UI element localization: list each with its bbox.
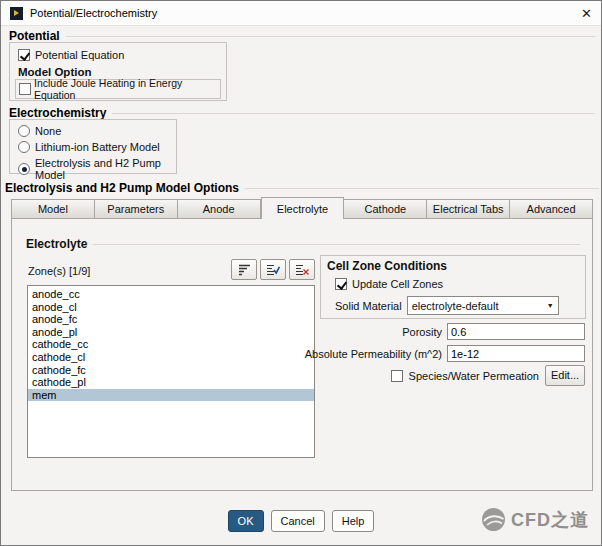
radio-row-lithium-ion[interactable]: Lithium-ion Battery Model (18, 141, 160, 153)
tab-electrolyte[interactable]: Electrolyte (261, 197, 345, 219)
filter-list-button[interactable] (231, 259, 257, 280)
select-all-check-icon (266, 263, 280, 276)
radio-electrolysis[interactable] (18, 163, 30, 175)
porosity-label: Porosity (402, 326, 442, 338)
update-cell-zones-checkbox[interactable] (335, 278, 347, 290)
tab-cathode[interactable]: Cathode (344, 199, 427, 219)
section-rule (93, 244, 580, 245)
zone-item[interactable]: anode_cc (28, 288, 314, 301)
zone-item[interactable]: anode_fc (28, 313, 314, 326)
potential-equation-row[interactable]: Potential Equation (18, 49, 124, 61)
watermark: CFD之道 (480, 506, 589, 533)
species-permeation-checkbox[interactable] (391, 370, 403, 382)
potential-groupbox: Potential Equation Model Option Include … (9, 42, 227, 101)
electrochemistry-section-label: Electrochemistry (9, 106, 595, 120)
radio-lithium-ion-label: Lithium-ion Battery Model (35, 141, 160, 153)
potential-section-label: Potential (9, 29, 595, 43)
joule-heating-checkbox[interactable] (19, 83, 31, 95)
radio-electrolysis-label: Electrolysis and H2 Pump Model (35, 157, 176, 181)
fluent-app-icon (10, 7, 23, 20)
close-icon[interactable]: ✕ (581, 7, 592, 20)
porosity-row: Porosity (402, 323, 585, 340)
permeability-label: Absolute Permeability (m^2) (305, 348, 442, 360)
joule-heating-box[interactable]: Include Joule Heating in Energy Equation (15, 79, 221, 99)
species-permeation-row: Species/Water Permeation Edit... (391, 365, 585, 386)
section-rule (112, 113, 595, 114)
model-options-tabbar: Model Parameters Anode Electrolyte Catho… (11, 197, 593, 219)
update-cell-zones-row[interactable]: Update Cell Zones (335, 278, 443, 290)
tab-parameters[interactable]: Parameters (95, 199, 178, 219)
zone-item[interactable]: anode_cl (28, 301, 314, 314)
ok-button[interactable]: OK (228, 510, 264, 532)
titlebar: Potential/Electrochemistry ✕ (1, 1, 601, 26)
species-permeation-label: Species/Water Permeation (409, 370, 539, 382)
tab-advanced[interactable]: Advanced (510, 199, 593, 219)
edit-button[interactable]: Edit... (545, 365, 585, 386)
window-title: Potential/Electrochemistry (30, 7, 157, 19)
zone-item[interactable]: cathode_cc (28, 338, 314, 351)
solid-material-value: electrolyte-default (408, 300, 543, 312)
electrochemistry-groupbox: None Lithium-ion Battery Model Electroly… (9, 119, 177, 174)
zone-item[interactable]: cathode_cl (28, 351, 314, 364)
chevron-down-icon: ▼ (543, 302, 558, 309)
permeability-row: Absolute Permeability (m^2) (305, 345, 585, 362)
section-rule (66, 36, 595, 37)
radio-none-label: None (35, 125, 61, 137)
zone-item-selected[interactable]: mem (28, 389, 314, 402)
filter-list-icon (238, 263, 251, 276)
cancel-button[interactable]: Cancel (271, 510, 325, 532)
model-options-section-label: Electrolysis and H2 Pump Model Options (5, 181, 599, 195)
cell-zone-conditions-group: Cell Zone Conditions Update Cell Zones S… (320, 255, 586, 319)
tab-model[interactable]: Model (11, 199, 95, 219)
tab-anode[interactable]: Anode (178, 199, 261, 219)
solid-material-label: Solid Material (335, 300, 402, 312)
radio-row-electrolysis[interactable]: Electrolysis and H2 Pump Model (18, 157, 176, 181)
radio-none[interactable] (18, 125, 30, 137)
zones-count-label: Zone(s) [1/9] (28, 265, 90, 277)
electrolyte-heading: Electrolyte (26, 237, 580, 251)
porosity-input[interactable] (447, 323, 585, 340)
electrolyte-tab-panel: Electrolyte Zone(s) [1/9] anode_cc anode… (11, 218, 593, 491)
potential-electrochemistry-dialog: Potential/Electrochemistry ✕ Potential P… (0, 0, 602, 546)
deselect-all-x-icon (295, 263, 309, 276)
zone-list-toolbar (231, 259, 315, 280)
zone-item[interactable]: cathode_pl (28, 376, 314, 389)
solid-material-dropdown[interactable]: electrolyte-default ▼ (407, 296, 559, 315)
joule-heating-label: Include Joule Heating in Energy Equation (34, 77, 220, 101)
potential-equation-checkbox[interactable] (18, 49, 30, 61)
select-all-button[interactable] (260, 259, 286, 280)
tab-electrical-tabs[interactable]: Electrical Tabs (427, 199, 510, 219)
radio-row-none[interactable]: None (18, 125, 61, 137)
deselect-all-button[interactable] (289, 259, 315, 280)
section-rule (245, 188, 599, 189)
update-cell-zones-label: Update Cell Zones (352, 278, 443, 290)
zone-listbox[interactable]: anode_cc anode_cl anode_fc anode_pl cath… (27, 285, 315, 458)
radio-lithium-ion[interactable] (18, 141, 30, 153)
help-button[interactable]: Help (332, 510, 375, 532)
zone-item[interactable]: anode_pl (28, 326, 314, 339)
permeability-input[interactable] (447, 345, 585, 362)
cfd-logo-icon (480, 506, 507, 533)
potential-equation-label: Potential Equation (35, 49, 124, 61)
watermark-text: CFD之道 (511, 508, 589, 532)
zone-item[interactable]: cathode_fc (28, 364, 314, 377)
solid-material-row: Solid Material electrolyte-default ▼ (335, 296, 559, 315)
cell-zone-conditions-heading: Cell Zone Conditions (327, 259, 447, 273)
